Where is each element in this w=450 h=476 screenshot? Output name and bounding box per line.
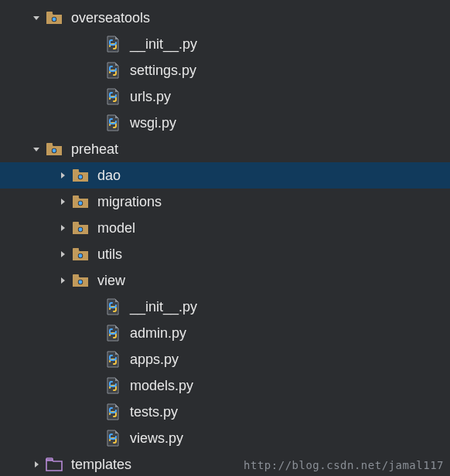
- tree-row[interactable]: preheat: [0, 136, 450, 162]
- tree-row[interactable]: view: [0, 267, 450, 294]
- tree-item-label: preheat: [71, 141, 118, 158]
- python-file-icon: [104, 87, 122, 106]
- tree-row[interactable]: model: [0, 215, 450, 241]
- tree-row[interactable]: utils: [0, 241, 450, 267]
- chevron-right-icon[interactable]: [54, 276, 71, 285]
- python-file-icon: [104, 376, 122, 395]
- python-file-icon: [104, 350, 122, 369]
- tree-item-label: apps.py: [130, 352, 179, 368]
- package-folder-icon: [71, 192, 90, 211]
- python-file-icon: [104, 61, 122, 80]
- tree-row[interactable]: admin.py: [0, 320, 450, 346]
- package-folder-icon: [45, 8, 63, 27]
- svg-rect-9: [73, 196, 79, 198]
- svg-rect-0: [46, 12, 53, 14]
- tree-item-label: model: [97, 220, 135, 236]
- svg-rect-3: [46, 143, 53, 145]
- chevron-down-icon[interactable]: [28, 13, 45, 22]
- chevron-right-icon[interactable]: [54, 250, 71, 259]
- tree-row[interactable]: overseatools: [0, 5, 450, 31]
- svg-rect-15: [73, 248, 79, 250]
- folder-icon: [45, 455, 63, 474]
- tree-row[interactable]: apps.py: [0, 346, 450, 372]
- watermark-text: http://blog.csdn.net/jamal117: [244, 459, 444, 471]
- package-folder-icon: [71, 166, 90, 185]
- tree-item-label: dao: [97, 168, 121, 184]
- chevron-right-icon[interactable]: [54, 223, 71, 233]
- tree-item-label: views.py: [130, 430, 183, 447]
- python-file-icon: [104, 298, 122, 316]
- python-file-icon: [104, 403, 122, 421]
- svg-rect-18: [73, 274, 79, 277]
- tree-item-label: migrations: [97, 194, 162, 210]
- tree-item-label: __init__.py: [130, 299, 197, 315]
- chevron-right-icon[interactable]: [54, 171, 71, 180]
- svg-point-14: [79, 228, 83, 232]
- tree-item-label: __init__.py: [130, 36, 197, 53]
- svg-point-5: [53, 149, 56, 153]
- tree-row[interactable]: migrations: [0, 189, 450, 215]
- package-folder-icon: [71, 271, 90, 290]
- tree-row[interactable]: __init__.py: [0, 31, 450, 57]
- svg-rect-12: [73, 222, 79, 224]
- python-file-icon: [104, 429, 122, 447]
- tree-row[interactable]: views.py: [0, 425, 450, 451]
- python-file-icon: [104, 114, 122, 132]
- svg-point-2: [53, 18, 56, 22]
- tree-row[interactable]: dao: [0, 162, 450, 189]
- svg-rect-6: [73, 169, 79, 172]
- tree-row[interactable]: __init__.py: [0, 294, 450, 320]
- tree-item-label: models.py: [130, 378, 193, 394]
- tree-item-label: utils: [97, 246, 122, 263]
- tree-row[interactable]: settings.py: [0, 57, 450, 83]
- python-file-icon: [104, 324, 122, 342]
- package-folder-icon: [71, 245, 90, 264]
- chevron-down-icon[interactable]: [28, 144, 45, 154]
- tree-row[interactable]: wsgi.py: [0, 110, 450, 136]
- tree-row[interactable]: tests.py: [0, 399, 450, 425]
- tree-item-label: templates: [71, 457, 131, 473]
- tree-item-label: tests.py: [130, 404, 178, 420]
- tree-row[interactable]: urls.py: [0, 83, 450, 110]
- svg-point-20: [79, 280, 83, 284]
- tree-item-label: overseatools: [71, 10, 150, 26]
- tree-item-label: wsgi.py: [130, 115, 176, 131]
- tree-item-label: view: [97, 273, 125, 289]
- tree-item-label: settings.py: [130, 63, 196, 79]
- chevron-right-icon[interactable]: [28, 460, 45, 469]
- package-folder-icon: [71, 219, 90, 237]
- svg-point-11: [79, 202, 83, 206]
- svg-point-8: [79, 175, 83, 179]
- svg-point-17: [79, 254, 83, 258]
- chevron-right-icon[interactable]: [54, 197, 71, 206]
- tree-item-label: urls.py: [130, 89, 171, 105]
- package-folder-icon: [45, 140, 63, 158]
- python-file-icon: [104, 35, 122, 53]
- tree-row[interactable]: models.py: [0, 372, 450, 399]
- tree-item-label: admin.py: [130, 325, 186, 342]
- file-tree: overseatools__init__.pysettings.pyurls.p…: [0, 0, 450, 476]
